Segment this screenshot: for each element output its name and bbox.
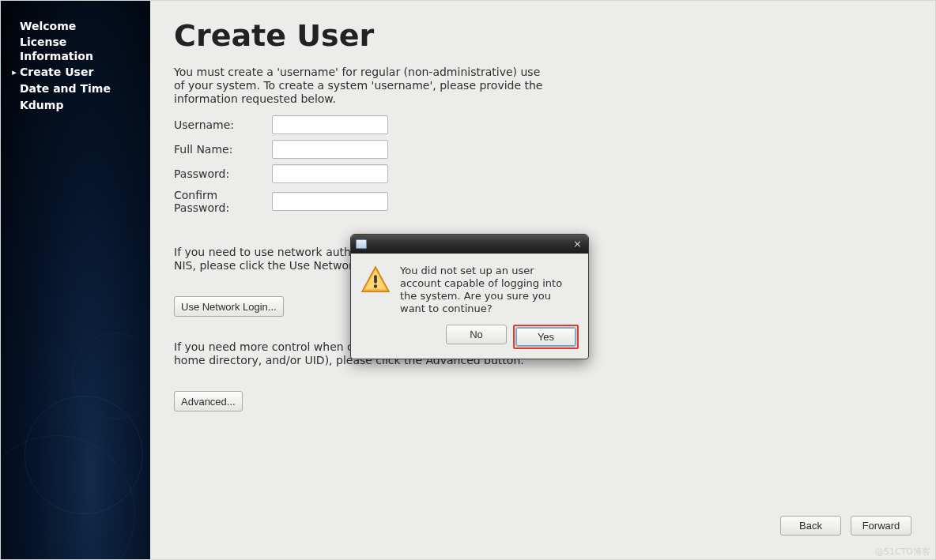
- user-form: Username: Full Name: Password: Confirm P…: [174, 115, 911, 214]
- sidebar-item-date-and-time[interactable]: Date and Time: [1, 81, 150, 96]
- sidebar-item-label: Welcome: [20, 19, 76, 33]
- page-title: Create User: [174, 18, 911, 53]
- sidebar-item-label: License Information: [20, 35, 138, 63]
- dialog-titlebar[interactable]: ×: [351, 235, 588, 254]
- dialog-message: You did not set up an user account capab…: [400, 265, 577, 315]
- decorative-ring: [72, 333, 159, 419]
- sidebar-item-label: Kdump: [20, 98, 63, 112]
- dialog-no-button[interactable]: No: [446, 325, 507, 344]
- fullname-label: Full Name:: [174, 143, 272, 156]
- password-label: Password:: [174, 167, 272, 180]
- wizard-sidebar: Welcome License Information ▸ Create Use…: [1, 1, 150, 559]
- fullname-input[interactable]: [272, 140, 388, 159]
- confirm-password-input[interactable]: [272, 192, 388, 211]
- wizard-footer: Back Forward: [780, 516, 911, 536]
- close-icon[interactable]: ×: [572, 239, 583, 249]
- chevron-right-icon: ▸: [9, 67, 20, 77]
- confirm-dialog: × You did not set up an user account cap…: [350, 234, 589, 359]
- use-network-login-button[interactable]: Use Network Login...: [174, 296, 284, 317]
- sidebar-item-label: Date and Time: [20, 81, 111, 96]
- sidebar-item-kdump[interactable]: Kdump: [1, 97, 150, 113]
- watermark-text: @51CTO博客: [875, 546, 930, 558]
- sidebar-item-welcome[interactable]: Welcome: [1, 18, 150, 34]
- highlight-marker: Yes: [513, 325, 579, 349]
- sidebar-item-create-user[interactable]: ▸ Create User: [1, 64, 150, 80]
- intro-paragraph: You must create a 'username' for regular…: [174, 66, 545, 106]
- svg-rect-2: [374, 275, 377, 283]
- dialog-yes-button[interactable]: Yes: [515, 327, 576, 347]
- window-icon: [356, 239, 367, 249]
- sidebar-item-label: Create User: [20, 65, 93, 79]
- sidebar-item-license-information[interactable]: License Information: [1, 35, 150, 63]
- back-button[interactable]: Back: [780, 516, 841, 536]
- svg-point-3: [374, 284, 377, 288]
- username-input[interactable]: [272, 115, 388, 134]
- password-input[interactable]: [272, 164, 388, 183]
- username-label: Username:: [174, 118, 272, 131]
- advanced-button[interactable]: Advanced...: [174, 391, 243, 412]
- warning-icon: [360, 265, 391, 315]
- confirm-password-label: Confirm Password:: [174, 189, 272, 214]
- forward-button[interactable]: Forward: [851, 516, 911, 536]
